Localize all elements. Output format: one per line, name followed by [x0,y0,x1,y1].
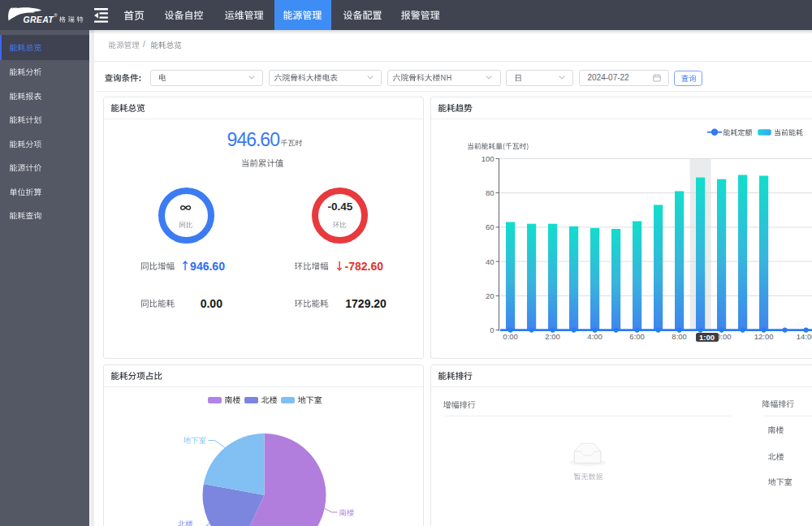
svg-text:®: ® [54,13,58,18]
svg-text:GREAT: GREAT [24,15,55,24]
